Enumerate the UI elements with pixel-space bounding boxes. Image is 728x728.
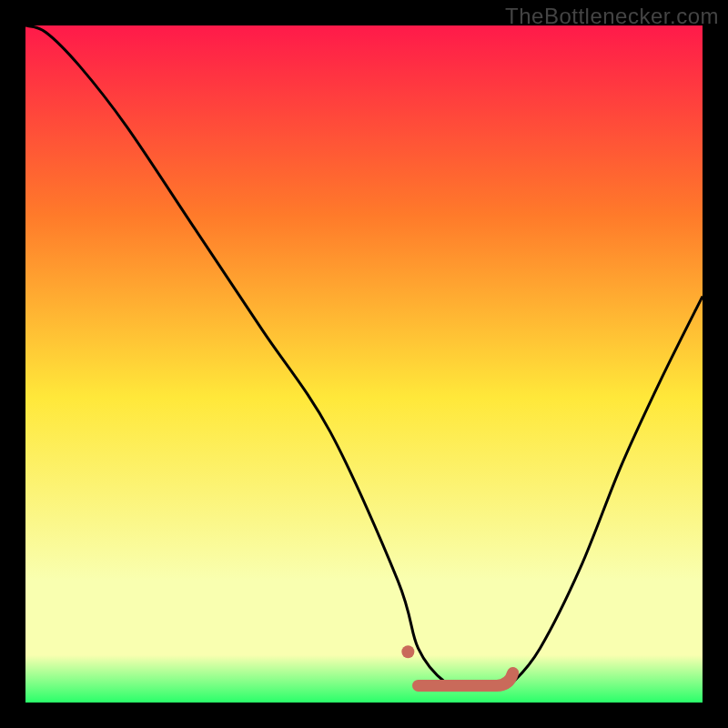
bottleneck-curve [25,25,703,690]
chart-curve-layer [25,25,703,703]
chart-plot-area [25,25,703,703]
marker-dot [401,645,414,658]
marker-bar [419,672,513,685]
